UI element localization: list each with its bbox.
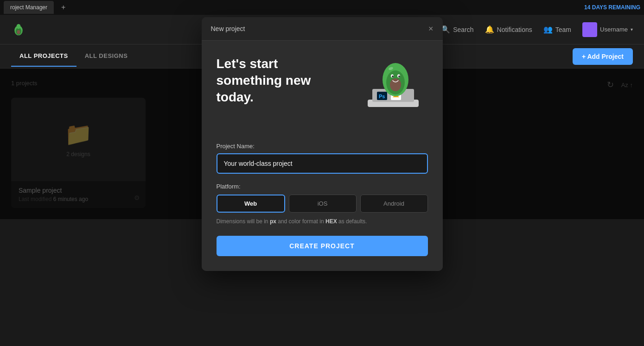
- bell-icon: 🔔: [485, 25, 494, 34]
- add-project-button[interactable]: + Add Project: [573, 48, 633, 65]
- svg-point-3: [17, 24, 21, 29]
- team-label: Team: [555, 26, 571, 33]
- team-nav-item[interactable]: 👥 Team: [543, 25, 571, 34]
- notifications-label: Notifications: [497, 26, 532, 33]
- hint-text: Dimensions will be in px and color forma…: [217, 218, 428, 225]
- modal-close-button[interactable]: ×: [428, 25, 434, 33]
- search-nav-item[interactable]: 🔍 Search: [441, 25, 473, 34]
- new-project-modal: New project × Let's start something new …: [202, 17, 443, 271]
- new-tab-button[interactable]: +: [57, 2, 69, 13]
- platform-web-button[interactable]: Web: [217, 195, 285, 213]
- svg-point-12: [390, 78, 401, 91]
- modal-hero: Let's start something new today. Ps: [202, 41, 443, 132]
- platform-buttons: Web iOS Android: [217, 195, 428, 213]
- create-project-button[interactable]: CREATE PROJECT: [217, 236, 428, 256]
- logo-icon: [12, 23, 25, 36]
- logo[interactable]: [11, 22, 26, 37]
- user-name: Username: [600, 26, 628, 33]
- project-name-label: Project Name:: [217, 143, 428, 150]
- notifications-nav-item[interactable]: 🔔 Notifications: [485, 25, 532, 34]
- chrome-tab-title: roject Manager: [10, 4, 47, 11]
- svg-point-16: [398, 75, 400, 77]
- chrome-bar: roject Manager + 14 DAYS REMAINING: [0, 0, 644, 15]
- modal-overlay: New project × Let's start something new …: [0, 69, 644, 219]
- modal-body: Project Name: Platform: Web iOS Android …: [202, 132, 443, 271]
- avatar: [582, 22, 597, 37]
- tab-all-designs[interactable]: ALL DESIGNS: [77, 46, 136, 67]
- modal-title: New project: [211, 25, 245, 32]
- hero-text: Let's start something new today.: [217, 56, 337, 106]
- team-icon: 👥: [543, 25, 553, 34]
- hero-mascot: Ps: [358, 56, 428, 120]
- project-name-input[interactable]: [217, 153, 428, 174]
- platform-label: Platform:: [217, 183, 428, 190]
- chevron-down-icon: ▾: [631, 27, 633, 32]
- svg-point-2: [17, 30, 20, 34]
- nav-right: 🔍 Search 🔔 Notifications 👥 Team Username…: [441, 22, 633, 37]
- platform-android-button[interactable]: Android: [360, 195, 428, 213]
- modal-header: New project ×: [202, 17, 443, 41]
- user-menu[interactable]: Username ▾: [582, 22, 633, 37]
- svg-point-15: [392, 75, 394, 77]
- chrome-tab[interactable]: roject Manager: [4, 1, 54, 14]
- days-remaining-badge: 14 DAYS REMAINING: [584, 4, 640, 11]
- search-label: Search: [453, 26, 473, 33]
- sub-nav-tabs: ALL PROJECTS ALL DESIGNS: [11, 46, 136, 67]
- tab-all-projects[interactable]: ALL PROJECTS: [11, 46, 77, 67]
- mascot-illustration: Ps: [361, 56, 426, 120]
- svg-text:Ps: Ps: [379, 94, 385, 99]
- platform-ios-button[interactable]: iOS: [289, 195, 357, 213]
